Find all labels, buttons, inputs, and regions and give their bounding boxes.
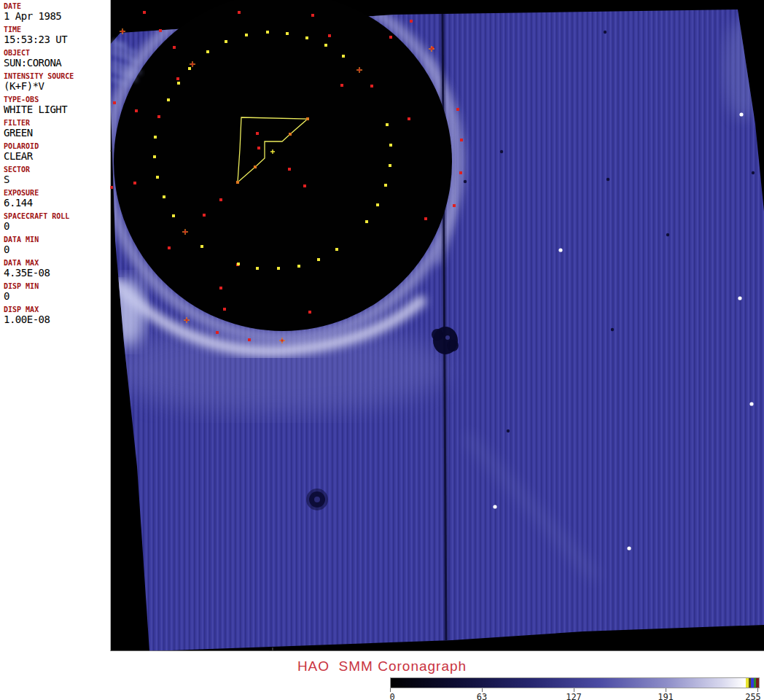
fiducial-dot-yellow: [335, 248, 338, 251]
field-value: 1.00E-08: [4, 314, 110, 325]
fiducial-dot-yellow: [317, 258, 320, 261]
fiducial-cross-center: [192, 63, 194, 66]
dark-speck: [752, 171, 755, 174]
fiducial-dot-red: [424, 217, 427, 220]
fiducial-dot-red: [135, 109, 138, 112]
fiducial-dot-red: [328, 34, 331, 37]
fiducial-dot-yellow: [153, 155, 156, 158]
fiducial-cross-center: [122, 31, 124, 33]
field-label: SECTOR: [4, 166, 110, 174]
fiducial-dot-yellow: [156, 176, 159, 179]
fiducial-dot-yellow: [389, 164, 391, 167]
fiducial-dot-red: [389, 36, 392, 39]
fiducial-dot-red: [288, 168, 291, 171]
fiducial-dot-yellow: [177, 82, 180, 85]
fiducial-dot-red: [459, 171, 462, 174]
field-label: SPACECRAFT ROLL: [4, 212, 110, 220]
app-window: DATE1 Apr 1985TIME15:53:23 UTOBJECTSUN:C…: [0, 0, 764, 700]
fiducial-dot-red: [248, 338, 251, 341]
fiducial-dot-red: [219, 198, 222, 201]
field-value: GREEN: [4, 127, 110, 139]
dark-speck: [611, 328, 614, 331]
fiducial-dot-yellow: [342, 55, 345, 58]
fiducial-dot-red: [340, 84, 343, 87]
fiducial-cross-center: [184, 231, 187, 233]
dark-speck: [507, 429, 510, 432]
field-value: SUN:CORONA: [4, 57, 110, 69]
field-value: WHITE LIGHT: [4, 104, 110, 115]
colorbar-tick-label: 255: [745, 692, 761, 700]
fiducial-dot-yellow: [305, 36, 308, 39]
metadata-field-time: TIME15:53:23 UT: [4, 26, 110, 45]
fiducial-dot-yellow: [225, 40, 227, 43]
fiducial-dot-yellow: [172, 214, 175, 217]
field-label: EXPOSURE: [4, 189, 110, 197]
fiducial-cross-center: [281, 340, 284, 342]
field-label: DATA MAX: [4, 259, 110, 267]
star-point: [493, 505, 496, 508]
field-label: TIME: [4, 26, 110, 34]
metadata-field-disp-min: DISP MIN0: [4, 282, 110, 302]
star-point: [558, 248, 562, 252]
field-label: FILTER: [4, 119, 110, 127]
metadata-field-data-max: DATA MAX4.35E-08: [4, 259, 110, 279]
occulting-disk: [114, 0, 452, 331]
dark-speck: [464, 180, 467, 183]
fiducial-dot-red: [410, 20, 413, 23]
fiducial-dot-yellow: [297, 265, 300, 268]
fiducial-dot-red: [219, 287, 222, 289]
fiducial-dot-yellow: [286, 32, 289, 35]
field-value: 1 Apr 1985: [4, 10, 110, 22]
fiducial-dot-yellow: [154, 136, 157, 139]
fiducial-dot-yellow: [376, 203, 379, 206]
dark-speck: [500, 150, 503, 153]
fiducial-dot-red: [408, 117, 410, 120]
metadata-field-polaroid: POLAROIDCLEAR: [4, 142, 110, 162]
fiducial-dot-red: [460, 139, 463, 141]
fiducial-dot-red: [303, 184, 306, 187]
field-value: S: [4, 174, 110, 185]
pylon-vertex-dot: [254, 166, 257, 168]
field-label: DATA MIN: [4, 236, 110, 244]
field-label: OBJECT: [4, 49, 110, 57]
footer-panel: HAO SMM Coronagraph 063127191255: [0, 651, 764, 700]
fiducial-dot-yellow: [167, 98, 170, 101]
fiducial-dot-yellow: [237, 262, 240, 265]
pylon-vertex-dot: [289, 133, 292, 136]
metadata-field-disp-max: DISP MAX1.00E-08: [4, 306, 110, 325]
field-label: DISP MAX: [4, 306, 110, 314]
fiducial-dot-red: [113, 101, 116, 104]
fiducial-dot-red: [257, 147, 260, 149]
metadata-field-object: OBJECTSUN:CORONA: [4, 49, 110, 69]
fiducial-dot-red: [143, 11, 146, 14]
fiducial-cross-center: [359, 69, 361, 71]
fiducial-dot-red: [453, 204, 456, 207]
fiducial-dot-yellow: [256, 267, 259, 270]
fiducial-dot-red: [133, 182, 136, 184]
metadata-field-type-obs: TYPE-OBSWHITE LIGHT: [4, 96, 110, 115]
colorbar-tick-label: 63: [477, 692, 487, 700]
fiducial-dot-yellow: [188, 67, 191, 70]
fiducial-dot-yellow: [245, 34, 248, 36]
plot-title: HAO SMM Coronagraph: [0, 658, 764, 674]
fiducial-dot-yellow: [384, 184, 387, 187]
fiducial-dot-yellow: [266, 31, 269, 34]
fiducial-dot-yellow: [389, 144, 392, 147]
field-value: CLEAR: [4, 150, 110, 162]
fiducial-dot-red: [256, 132, 259, 135]
pylon-vertex-dot: [306, 117, 309, 120]
metadata-field-spacecraft-roll: SPACECRAFT ROLL0: [4, 212, 110, 232]
metadata-field-filter: FILTERGREEN: [4, 119, 110, 139]
dark-speck: [607, 178, 609, 181]
fiducial-dot-red: [311, 14, 314, 17]
colorbar-tick-label: 191: [658, 692, 674, 700]
field-label: POLAROID: [4, 142, 110, 150]
fiducial-dot-yellow: [365, 220, 368, 223]
star-point: [627, 546, 631, 550]
fiducial-dot-yellow: [277, 267, 280, 270]
fiducial-dot-red: [223, 308, 226, 311]
fiducial-dot-yellow: [386, 123, 389, 126]
field-value: 15:53:23 UT: [4, 34, 110, 45]
fiducial-dot-yellow: [324, 44, 327, 47]
dust-donut: [306, 489, 328, 510]
